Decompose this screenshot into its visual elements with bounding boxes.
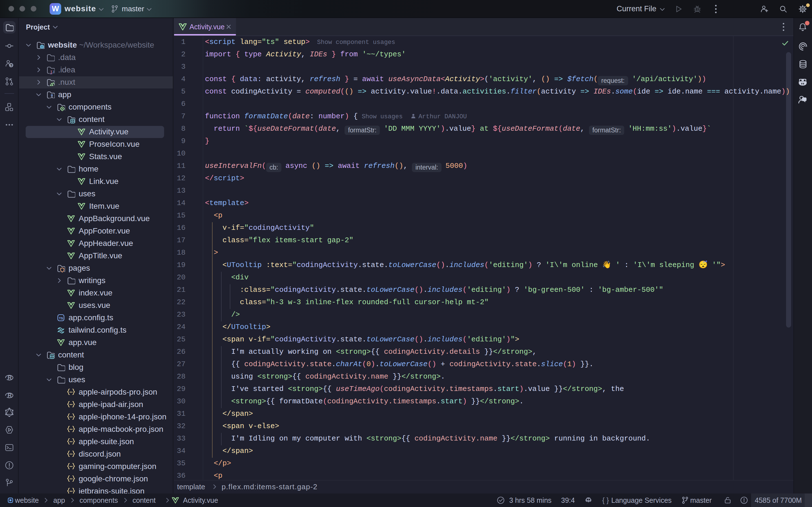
svg-text:R: R: [8, 392, 12, 398]
svg-text:R: R: [8, 374, 12, 381]
svg-text:J: J: [52, 70, 54, 74]
svg-text:?: ?: [10, 63, 12, 68]
svg-text:TS: TS: [59, 317, 63, 320]
